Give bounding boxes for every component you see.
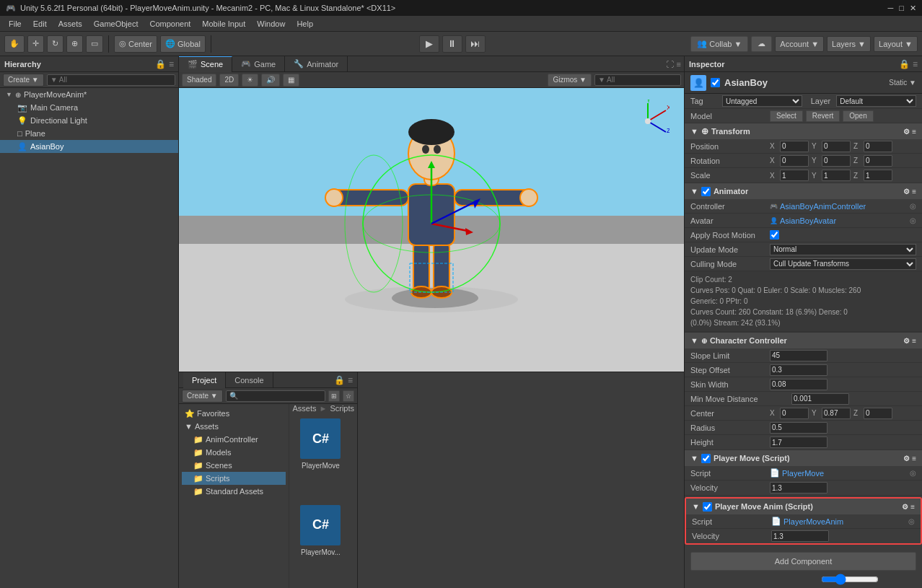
assets-models-item[interactable]: 📁 Models	[182, 446, 286, 459]
scale-tool[interactable]: ⊕	[66, 35, 83, 53]
hierarchy-item-plane[interactable]: □ Plane	[0, 127, 178, 140]
global-btn[interactable]: 🌐 Global	[160, 35, 206, 53]
center-z-input[interactable]	[864, 408, 892, 419]
project-star-btn[interactable]: ☆	[343, 390, 354, 402]
slope-limit-input[interactable]	[770, 350, 827, 361]
pma-settings[interactable]: ⚙ ≡	[902, 503, 915, 511]
rot-y-input[interactable]	[822, 155, 851, 167]
apply-root-motion-checkbox[interactable]	[770, 230, 779, 240]
account-dropdown[interactable]: Account ▼	[775, 36, 824, 52]
tab-animator[interactable]: 🔧 Animator	[285, 56, 348, 72]
culling-mode-select[interactable]: Cull Update Transforms	[770, 258, 916, 270]
favorites-item[interactable]: ⭐ Favorites	[182, 407, 286, 420]
tag-select[interactable]: Untagged	[722, 95, 802, 107]
pma-script-pick[interactable]: ◎	[908, 517, 915, 525]
transform-header[interactable]: ▼ ⊕ Transform ⚙ ≡	[685, 123, 922, 139]
hierarchy-item-scene[interactable]: ▼ ⊕ PlayerMoveAnim*	[0, 88, 178, 101]
hierarchy-search[interactable]	[47, 74, 175, 86]
viewport[interactable]: X Y Z	[179, 88, 684, 372]
pause-btn[interactable]: ⏸	[442, 35, 462, 53]
add-component-btn[interactable]: Add Component	[690, 552, 916, 571]
project-create-btn[interactable]: Create ▼	[182, 390, 223, 403]
menu-file[interactable]: File	[3, 19, 27, 28]
move-tool[interactable]: ✛	[27, 35, 44, 53]
scene-settings-icon[interactable]: ≡	[677, 60, 681, 69]
audio-btn[interactable]: 🔊	[261, 74, 280, 87]
tab-scene[interactable]: 🎬 Scene	[179, 56, 232, 72]
menu-gameobject[interactable]: GameObject	[88, 19, 144, 28]
asset-playermove[interactable]: C# PlayerMove	[295, 418, 346, 496]
effects-btn[interactable]: ▦	[283, 74, 299, 87]
tab-project[interactable]: Project	[183, 372, 226, 388]
gizmos-btn[interactable]: Gizmos ▼	[548, 74, 592, 87]
layout-dropdown[interactable]: Layout ▼	[874, 36, 918, 52]
rect-tool[interactable]: ▭	[86, 35, 103, 53]
hierarchy-item-dirlight[interactable]: 💡 Directional Light	[0, 114, 178, 127]
center-x-input[interactable]	[780, 408, 809, 419]
pm-script-pick[interactable]: ◎	[910, 469, 916, 477]
hierarchy-lock-icon[interactable]: 🔒	[155, 59, 166, 69]
close-btn[interactable]: ✕	[910, 4, 916, 13]
player-move-header[interactable]: ▼ Player Move (Script) ⚙ ≡	[685, 450, 922, 466]
maximize-btn[interactable]: □	[899, 4, 904, 13]
step-offset-input[interactable]	[770, 364, 827, 376]
center-y-input[interactable]	[822, 408, 851, 419]
2d-btn[interactable]: 2D	[219, 74, 239, 87]
step-btn[interactable]: ⏭	[465, 35, 486, 53]
player-move-anim-header[interactable]: ▼ Player Move Anim (Script) ⚙ ≡	[686, 499, 921, 514]
menu-help[interactable]: Help	[291, 19, 319, 28]
model-select-btn[interactable]: Select	[770, 110, 803, 122]
radius-input[interactable]	[770, 422, 827, 434]
avatar-pick-icon[interactable]: ◎	[910, 216, 916, 224]
menu-window[interactable]: Window	[251, 19, 291, 28]
menu-edit[interactable]: Edit	[27, 19, 53, 28]
character-controller-header[interactable]: ▼ ⊕ Character Controller ⚙ ≡	[685, 333, 922, 348]
inspector-lock-icon[interactable]: 🔒	[899, 59, 910, 69]
hierarchy-item-maincamera[interactable]: 📷 Main Camera	[0, 101, 178, 114]
update-mode-select[interactable]: Normal	[770, 244, 916, 255]
maximize-scene-icon[interactable]: ⛶	[666, 60, 674, 69]
project-settings-icon[interactable]: ≡	[348, 375, 353, 385]
assets-standardassets-item[interactable]: 📁 Standard Assets	[182, 485, 286, 498]
menu-mobile-input[interactable]: Mobile Input	[196, 19, 251, 28]
min-move-dist-input[interactable]	[791, 393, 849, 405]
menu-component[interactable]: Component	[144, 19, 196, 28]
hierarchy-item-asianboy[interactable]: 👤 AsianBoy	[0, 140, 178, 153]
tab-console[interactable]: Console	[226, 372, 273, 388]
fx-btn[interactable]: ☀	[242, 74, 258, 87]
static-label[interactable]: Static ▼	[889, 79, 916, 87]
shaded-btn[interactable]: Shaded	[182, 74, 216, 87]
assets-animcontroller-item[interactable]: 📁 AnimController	[182, 433, 286, 446]
rotate-tool[interactable]: ↻	[47, 35, 63, 53]
scene-search[interactable]	[594, 74, 681, 86]
animator-header[interactable]: ▼ Animator ⚙ ≡	[685, 183, 922, 199]
hand-tool[interactable]: ✋	[4, 35, 25, 53]
rot-z-input[interactable]	[864, 155, 892, 167]
animator-active-checkbox[interactable]	[701, 187, 711, 196]
scale-y-input[interactable]	[822, 170, 851, 181]
assets-scripts-item[interactable]: 📁 Scripts	[182, 472, 286, 485]
hierarchy-settings-icon[interactable]: ≡	[169, 59, 174, 69]
project-search[interactable]	[226, 390, 325, 402]
pos-z-input[interactable]	[864, 141, 892, 152]
scale-z-input[interactable]	[864, 170, 892, 181]
pma-active-checkbox[interactable]	[703, 502, 712, 512]
pma-velocity-input[interactable]	[771, 530, 829, 542]
controller-pick-icon[interactable]: ◎	[910, 202, 916, 210]
scale-x-input[interactable]	[780, 170, 809, 181]
tab-game[interactable]: 🎮 Game	[232, 56, 285, 72]
pm-settings[interactable]: ⚙ ≡	[903, 455, 916, 462]
center-btn[interactable]: ◎ Center	[114, 35, 157, 53]
hierarchy-create-btn[interactable]: Create ▼	[3, 74, 44, 87]
model-revert-btn[interactable]: Revert	[806, 110, 840, 122]
object-active-checkbox[interactable]	[711, 78, 720, 87]
skin-width-input[interactable]	[770, 379, 827, 390]
assets-scenes-item[interactable]: 📁 Scenes	[182, 459, 286, 472]
layers-dropdown[interactable]: Layers ▼	[827, 36, 871, 52]
inspector-settings-icon[interactable]: ≡	[913, 59, 918, 69]
model-open-btn[interactable]: Open	[843, 110, 873, 122]
pm-active-checkbox[interactable]	[701, 454, 711, 463]
layer-select[interactable]: Default	[836, 95, 916, 107]
project-lock-icon[interactable]: 🔒	[334, 375, 345, 385]
rot-x-input[interactable]	[780, 155, 809, 167]
